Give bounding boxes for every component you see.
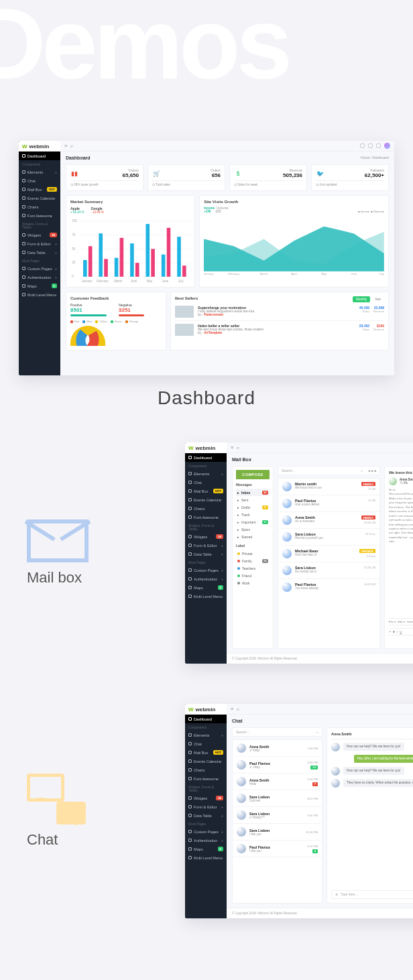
best-seller-row[interactable]: Supercharge your motivationI truly belie… (175, 303, 384, 320)
sidebar-item[interactable]: Elements+ (185, 469, 227, 478)
mail-message-row[interactable]: Michael BeanHow has fear of PRIVATE23 Ja… (278, 546, 379, 562)
svg-rect-28 (177, 237, 181, 277)
sidebar-item[interactable]: Elements+ (185, 731, 227, 739)
chat-person-row[interactable]: Sara LisbonI like you 10:18 PM (233, 824, 322, 841)
search-icon[interactable]: ⌕ (237, 707, 239, 711)
mail-folder[interactable]: ▸Starred (236, 533, 270, 540)
message-input[interactable]: ⊕ Type here… ☺ 📎 ✈ (331, 890, 413, 899)
sidebar-item[interactable]: Widgets34 (19, 231, 60, 239)
search-icon[interactable]: ⌕ (70, 143, 73, 148)
sidebar-item-dashboard[interactable]: Dashboard (185, 715, 227, 723)
sidebar-item[interactable]: Font Awesome (185, 513, 227, 522)
mail-message-row[interactable]: Martin smithWe know this in our FAMILY22… (278, 479, 379, 495)
sidebar-item[interactable]: Maps6 (185, 583, 227, 592)
cart-icon: 🛒 (152, 170, 160, 178)
avatar (282, 499, 292, 508)
sidebar-item[interactable]: Widgets34 (185, 532, 227, 541)
sidebar-item[interactable]: Font Awesome (185, 774, 227, 783)
chat-person-row[interactable]: Anna SmithHello 5:15 PM7 (233, 774, 322, 790)
sidebar-item[interactable]: Charts (19, 202, 60, 211)
sidebar-item-dashboard[interactable]: Dashboard (19, 151, 60, 160)
chat-search[interactable]: Search…⌕ (232, 727, 322, 737)
sidebar-item[interactable]: Maps6 (185, 845, 227, 853)
mail-message-row[interactable]: Anna SmithAs a motivator FAMILY25-01-18 (278, 512, 379, 529)
sidebar-item[interactable]: Multi Level Menu+ (19, 290, 60, 299)
chat-person-row[interactable]: Sara Lisbon✔ Really?? 9:45 PM (233, 807, 322, 824)
menu-icon[interactable]: ≡ (231, 445, 233, 450)
sidebar-item[interactable]: Data Table+ (19, 248, 60, 257)
chat-person-row[interactable]: Paul Flavius✔ Okay 4:00 PM12 (233, 757, 322, 774)
sidebar-item[interactable]: Data Table+ (185, 811, 227, 820)
mail-message-row[interactable]: Sara LisbonDo except up to 12-01-18 (278, 562, 379, 579)
best-sellers-tabs[interactable]: Monthly Year (353, 296, 384, 302)
sidebar-item[interactable]: Mail BoxHOT (19, 185, 60, 194)
svg-text:February: February (229, 272, 240, 275)
sidebar-item[interactable]: Custom Pages+ (185, 827, 227, 836)
sidebar-item[interactable]: Elements+ (19, 168, 60, 176)
sidebar-item[interactable]: Authentication+ (185, 574, 227, 583)
mail-folder[interactable]: ▸Inbox 16 (236, 489, 270, 496)
sidebar-item[interactable]: Events Calendar (185, 495, 227, 504)
sidebar-item[interactable]: Chat (185, 478, 227, 487)
sidebar-item-dashboard[interactable]: Dashboard (185, 453, 227, 462)
sidebar-item[interactable]: Data Table+ (185, 550, 227, 558)
sidebar-item[interactable]: Charts (185, 504, 227, 513)
kpi-card: ▮▮ Visitors65,650 ◷ 18% lower growth (66, 164, 143, 191)
mail-message-row[interactable]: Sara LisbonRemind yourself you 15 Tues (278, 529, 379, 546)
sidebar-item[interactable]: Charts (185, 765, 227, 774)
sidebar-item[interactable]: Chat (19, 176, 60, 185)
sidebar-item[interactable]: Custom Pages+ (185, 566, 227, 574)
sidebar-item[interactable]: Maps6 (19, 282, 60, 290)
mail-folder[interactable]: ▸Sent (236, 496, 270, 503)
mail-folder[interactable]: ▸Spam (236, 526, 270, 533)
notifications-icon[interactable] (376, 143, 381, 148)
chat-person-row[interactable]: Anna Smith✔ Hello 2:34 PM (233, 740, 322, 757)
sidebar-item[interactable]: Font Awesome (19, 211, 60, 220)
best-seller-row[interactable]: Helen keller a teller sellerWe also know… (175, 320, 384, 339)
sidebar-item[interactable]: Mail BoxHOT (185, 748, 227, 757)
search-icon[interactable]: ⌕ (237, 445, 239, 450)
mail-label[interactable]: Work (236, 579, 270, 587)
sidebar-item[interactable]: Form & Editor+ (185, 802, 227, 811)
sidebar-item[interactable]: Authentication+ (19, 273, 60, 282)
avatar (282, 549, 292, 558)
sidebar-item[interactable]: Multi Level Menu+ (185, 853, 227, 862)
chat-person-row[interactable]: Paul FlaviusI like you 9:11 PM3 (233, 841, 322, 857)
mail-label[interactable]: Private (236, 550, 270, 557)
sidebar-group-header: Widgets, Forms & Tables (185, 522, 227, 532)
editor-toolbar[interactable]: File ▾ Edit ▾ View (389, 618, 413, 625)
mail-search[interactable]: Search…⌕ ■ ■ ■ (278, 466, 380, 475)
brand-logo[interactable]: Wwebmin (185, 704, 227, 715)
compose-button[interactable]: COMPOSE (236, 470, 270, 479)
brand-logo[interactable]: Wwebmin (19, 141, 60, 151)
site-visits-title: Site Visits Growth (204, 200, 384, 204)
sidebar-item[interactable]: Multi Level Menu+ (185, 592, 227, 601)
sidebar-item[interactable]: Events Calendar (19, 194, 60, 202)
fullscreen-icon[interactable] (360, 143, 365, 148)
sidebar-item[interactable]: Mail BoxHOT (185, 487, 227, 495)
mail-message-row[interactable]: Paul FlaviusUse a past defeat 21:30 (278, 495, 379, 512)
mail-folder[interactable]: ▸Drafts 40 (236, 503, 270, 511)
mail-folder[interactable]: ▸Trash (236, 511, 270, 518)
sidebar-item[interactable]: Chat (185, 739, 227, 748)
menu-icon[interactable]: ≡ (231, 707, 233, 711)
chat-person-row[interactable]: Sara LisbonCall me! 8:52 PM (233, 790, 322, 807)
mail-label[interactable]: Teachers (236, 564, 270, 572)
format-toolbar[interactable]: ↶ B I U (389, 628, 413, 635)
mail-label[interactable]: Family 18 (236, 557, 270, 564)
avatar[interactable] (384, 143, 390, 149)
brand-logo[interactable]: Wwebmin (185, 442, 227, 453)
menu-icon[interactable]: ≡ (64, 143, 67, 148)
sidebar-item[interactable]: Form & Editor+ (185, 541, 227, 550)
share-icon[interactable] (368, 143, 373, 148)
sidebar-item[interactable]: Events Calendar (185, 757, 227, 765)
mail-message-row[interactable]: Paul FlaviusYou have already 14-02-18 (278, 579, 379, 595)
sidebar-item[interactable]: Widgets34 (185, 794, 227, 802)
svg-text:May: May (321, 272, 327, 275)
sidebar-item[interactable]: Form & Editor+ (19, 239, 60, 248)
mail-label[interactable]: Friend (236, 572, 270, 579)
sidebar-group-header: Widgets, Forms & Tables (19, 220, 60, 231)
sidebar-item[interactable]: Custom Pages+ (19, 264, 60, 273)
mail-folder[interactable]: ▸Important 15 (236, 518, 270, 526)
sidebar-item[interactable]: Authentication+ (185, 836, 227, 845)
